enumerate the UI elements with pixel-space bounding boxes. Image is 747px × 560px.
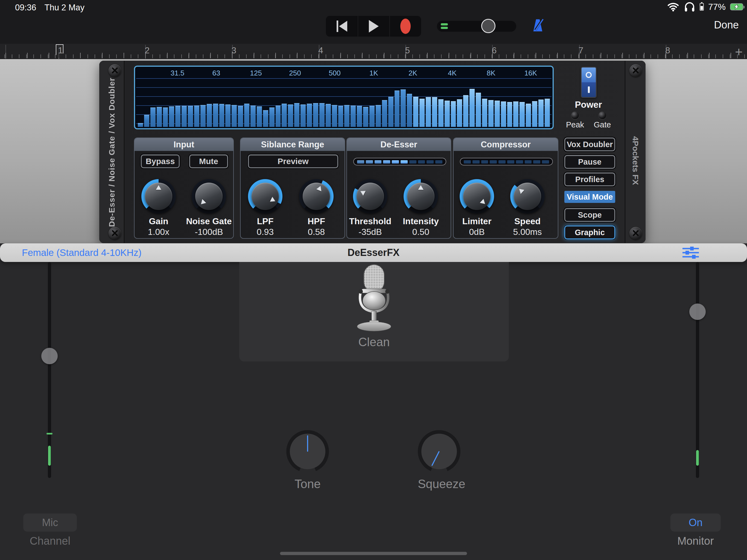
scope-button[interactable]: Scope <box>564 208 615 222</box>
play-icon <box>369 20 379 32</box>
horizontal-scrollbar[interactable] <box>280 552 467 555</box>
plugin-settings-button[interactable] <box>682 246 699 260</box>
spectrum-bar <box>188 106 193 127</box>
spectrum-bar <box>407 94 412 127</box>
clock: 09:36 <box>15 3 36 12</box>
spectrum-bar <box>163 107 168 127</box>
monitor-fader-thumb[interactable] <box>689 304 706 320</box>
noise-gate-knob-value: -100dB <box>184 227 233 237</box>
meter-segment <box>366 160 373 163</box>
timeline-ruler[interactable]: 12345678 + <box>0 44 747 59</box>
meter-segment <box>401 160 408 163</box>
freq-label: 2K <box>409 69 417 77</box>
noise-gate-knob-group: Noise Gate -100dB <box>184 179 233 237</box>
gate-led <box>598 111 606 119</box>
lpf-knob[interactable] <box>248 179 282 213</box>
ruler-number: 7 <box>578 45 584 55</box>
ruler-number: 8 <box>665 45 670 55</box>
vox-doubler-button[interactable]: Vox Doubler <box>564 137 615 151</box>
metronome-button[interactable] <box>530 17 546 34</box>
screw-icon <box>108 227 121 239</box>
spectrum-bar <box>144 115 149 127</box>
meter-segment <box>383 160 390 163</box>
bypass-button[interactable]: Bypass <box>141 154 180 168</box>
noise-gate-knob[interactable] <box>192 179 226 213</box>
threshold-knob-value: -35dB <box>346 227 395 237</box>
spectrum-bar <box>357 106 362 127</box>
meter-segment <box>392 160 399 163</box>
volume-slider-thumb[interactable] <box>481 19 495 33</box>
pause-button[interactable]: Pause <box>564 155 615 169</box>
battery-percent: 77% <box>708 2 726 12</box>
monitor-level-meter <box>696 450 699 466</box>
preview-button[interactable]: Preview <box>248 154 338 168</box>
power-label: Power <box>569 100 608 110</box>
ruler-number: 2 <box>145 45 150 55</box>
spectrum-bar <box>513 101 518 127</box>
add-track-section-icon[interactable]: + <box>735 44 743 59</box>
deesser-level-meter <box>353 158 446 166</box>
spectrum-bar <box>457 99 462 127</box>
plugin-side-label: De-Esser / Noise Gate / Vox Doubler <box>99 80 124 225</box>
spectrum-bar <box>213 104 218 127</box>
spectrum-bar <box>451 101 456 127</box>
siblance-range-section: Siblance Range Preview LPF 0.93 HPF 0.58 <box>240 137 345 239</box>
spectrum-bar <box>344 105 350 127</box>
done-button[interactable]: Done <box>714 19 739 31</box>
squeeze-knob[interactable] <box>418 430 460 473</box>
voice-preset-panel[interactable]: Clean <box>239 262 509 361</box>
record-button[interactable] <box>389 16 421 36</box>
meter-segment <box>472 160 480 163</box>
spectrum-bar <box>307 104 312 127</box>
tone-knob[interactable] <box>286 430 329 473</box>
profiles-button[interactable]: Profiles <box>564 173 615 186</box>
spectrum-bar <box>301 104 306 127</box>
gain-knob-value: 1.00x <box>134 227 183 237</box>
plugin-brand-label: 4Pockets FX <box>625 130 646 190</box>
meter-segment <box>542 160 549 163</box>
lpf-knob-label: LPF <box>241 216 290 226</box>
deesser-plugin-window: De-Esser / Noise Gate / Vox Doubler 4Poc… <box>99 61 646 243</box>
mute-button[interactable]: Mute <box>189 154 228 168</box>
spectrum-bar <box>482 99 487 127</box>
monitor-on-button[interactable]: On <box>670 513 721 532</box>
hpf-knob[interactable] <box>299 179 334 213</box>
plugin-left-rack-strip: De-Esser / Noise Gate / Vox Doubler <box>99 61 124 243</box>
power-switch[interactable] <box>581 67 597 98</box>
master-volume-slider[interactable] <box>437 21 516 32</box>
spectrum-bar <box>276 105 281 127</box>
mic-button[interactable]: Mic <box>23 513 77 532</box>
play-button[interactable] <box>358 16 389 36</box>
spectrum-bar <box>313 103 318 127</box>
threshold-knob-label: Threshold <box>346 216 395 226</box>
limiter-knob-value: 0dB <box>453 227 501 237</box>
speed-knob[interactable] <box>510 179 545 213</box>
spectrum-bar <box>432 97 437 127</box>
threshold-knob[interactable] <box>353 179 387 213</box>
input-section-title: Input <box>134 138 233 151</box>
rewind-button[interactable] <box>326 16 358 36</box>
spectrum-bar <box>519 102 525 127</box>
hpf-knob-label: HPF <box>292 216 341 226</box>
compressor-section: Compressor Limiter 0dB Speed 5.00ms <box>453 137 558 239</box>
graphic-button[interactable]: Graphic <box>564 226 615 239</box>
limiter-knob[interactable] <box>460 179 494 213</box>
gain-knob[interactable] <box>141 179 176 213</box>
meter-segment <box>409 160 416 163</box>
spectrum-bar <box>394 91 400 127</box>
status-right: 77% <box>667 2 743 12</box>
spectrum-analyzer: 31.5631252505001K2K4K8K16K <box>134 66 554 129</box>
monitor-fader-track[interactable] <box>696 262 699 478</box>
visual-mode-button[interactable]: Visual Mode <box>564 191 615 203</box>
intensity-knob[interactable] <box>404 179 438 213</box>
spectrum-bar <box>244 104 249 127</box>
spectrum-bars <box>137 78 550 127</box>
spectrum-bar <box>219 104 225 127</box>
squeeze-knob-label: Squeeze <box>418 477 460 491</box>
wifi-icon <box>667 2 679 11</box>
gain-knob-label: Gain <box>134 216 183 226</box>
ruler-number: 4 <box>318 45 323 55</box>
monitor-label: Monitor <box>662 535 729 547</box>
spectrum-bar <box>369 106 375 127</box>
channel-fader-thumb[interactable] <box>41 348 58 364</box>
